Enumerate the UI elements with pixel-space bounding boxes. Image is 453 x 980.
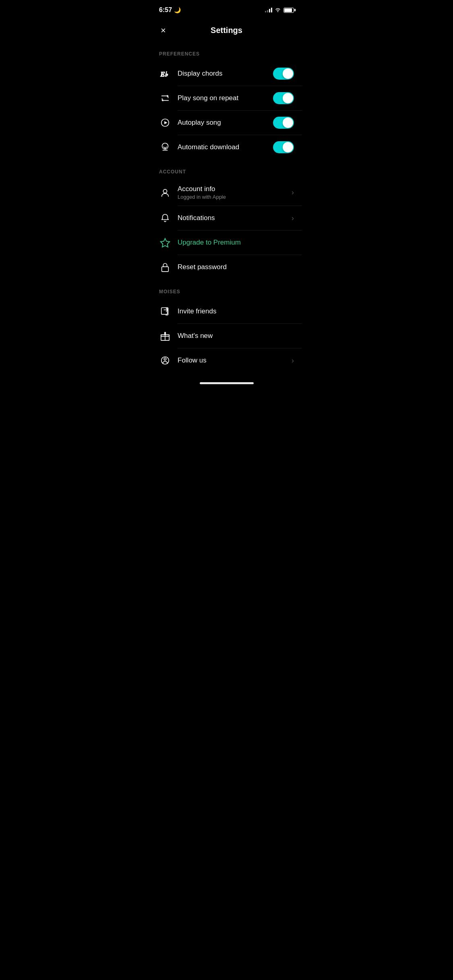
battery-icon	[283, 8, 294, 13]
play-repeat-label: Play song on repeat	[178, 94, 273, 102]
notifications-chevron: ›	[292, 214, 294, 222]
moon-icon: 🌙	[174, 7, 181, 13]
whats-new-row[interactable]: What's new	[151, 324, 302, 348]
auto-download-row[interactable]: Automatic download	[151, 135, 302, 159]
preferences-section: PREFERENCES E♭ Display chords	[151, 45, 302, 159]
whats-new-label: What's new	[178, 332, 294, 340]
signal-icon	[265, 8, 272, 12]
share-icon	[159, 306, 171, 317]
account-info-row[interactable]: Account info Logged in with Apple ›	[151, 179, 302, 206]
close-button[interactable]: ×	[159, 25, 168, 37]
download-icon	[159, 142, 171, 152]
autoplay-toggle[interactable]	[273, 117, 294, 129]
page-title: Settings	[211, 26, 242, 35]
svg-marker-5	[161, 239, 170, 247]
reset-password-label: Reset password	[178, 263, 294, 271]
upgrade-row[interactable]: Upgrade to Premium	[151, 231, 302, 255]
reset-password-row[interactable]: Reset password	[151, 255, 302, 279]
account-info-label: Account info	[178, 185, 292, 193]
wifi-icon	[275, 7, 281, 13]
status-time: 6:57 🌙	[159, 6, 181, 14]
bell-icon	[159, 213, 171, 223]
svg-text:E♭: E♭	[160, 70, 168, 78]
follow-us-chevron: ›	[292, 356, 294, 365]
moises-section-label: MOISES	[151, 282, 302, 299]
display-chords-label: Display chords	[178, 70, 273, 78]
invite-friends-row[interactable]: Invite friends	[151, 299, 302, 323]
page-header: × Settings	[151, 18, 302, 45]
moises-section: MOISES Invite friends	[151, 282, 302, 373]
auto-download-label: Automatic download	[178, 143, 273, 151]
play-repeat-row[interactable]: Play song on repeat	[151, 86, 302, 110]
svg-marker-2	[164, 121, 167, 124]
autoplay-row[interactable]: Autoplay song	[151, 111, 302, 135]
notifications-label: Notifications	[178, 214, 292, 222]
play-repeat-toggle[interactable]	[273, 92, 294, 104]
preferences-section-label: PREFERENCES	[151, 45, 302, 62]
home-indicator	[151, 379, 302, 387]
follow-us-row[interactable]: Follow us ›	[151, 348, 302, 373]
display-chords-toggle[interactable]	[273, 68, 294, 80]
account-section: ACCOUNT Account info Logged in with Appl…	[151, 163, 302, 279]
repeat-icon	[159, 93, 171, 103]
display-chords-row[interactable]: E♭ Display chords	[151, 62, 302, 86]
autoplay-icon	[159, 117, 171, 128]
account-section-label: ACCOUNT	[151, 163, 302, 179]
svg-point-4	[163, 189, 167, 193]
invite-friends-label: Invite friends	[178, 307, 294, 315]
account-info-chevron: ›	[292, 188, 294, 197]
account-info-sublabel: Logged in with Apple	[178, 194, 292, 200]
follow-us-label: Follow us	[178, 356, 292, 364]
notifications-row[interactable]: Notifications ›	[151, 206, 302, 230]
time-text: 6:57	[159, 6, 172, 14]
person-icon	[159, 187, 171, 198]
auto-download-toggle[interactable]	[273, 141, 294, 153]
star-icon	[159, 237, 171, 248]
lock-icon	[159, 262, 171, 272]
gift-icon	[159, 331, 171, 341]
status-bar: 6:57 🌙	[151, 0, 302, 18]
chords-icon: E♭	[159, 68, 171, 79]
svg-point-11	[164, 358, 166, 360]
svg-rect-6	[162, 267, 169, 272]
upgrade-label: Upgrade to Premium	[178, 239, 294, 247]
social-icon	[159, 355, 171, 366]
status-icons	[265, 7, 294, 13]
autoplay-label: Autoplay song	[178, 119, 273, 127]
